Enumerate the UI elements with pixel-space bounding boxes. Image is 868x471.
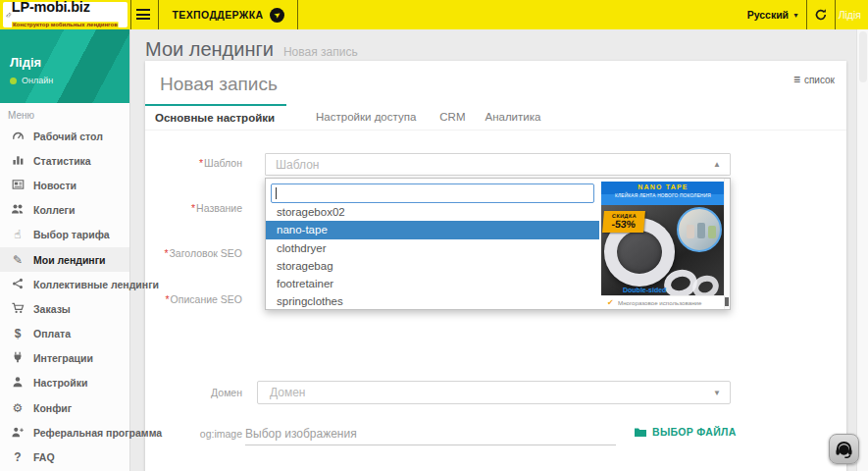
sidebar-item-payment[interactable]: $ Оплата bbox=[0, 322, 129, 346]
og-image-label: og:image bbox=[148, 428, 242, 440]
support-button[interactable]: ТЕХПОДДЕРЖКА ➤ bbox=[167, 0, 289, 29]
sidebar-item-settings[interactable]: Настройки bbox=[0, 371, 129, 395]
preview-feature-row: ✔ Многоразовое использование bbox=[601, 295, 725, 309]
tab-bar: Основные настройки Настройки доступа CRM… bbox=[145, 104, 846, 131]
telegram-icon: ➤ bbox=[270, 8, 284, 23]
card-title: Новая запись bbox=[160, 74, 278, 95]
sidebar-item-integrations[interactable]: Интеграции bbox=[0, 346, 129, 371]
template-preview: NANO TAPE КЛЕЙКАЯ ЛЕНТА НОВОГО ПОКОЛЕНИЯ… bbox=[601, 182, 725, 309]
preview-header: NANO TAPE КЛЕЙКАЯ ЛЕНТА НОВОГО ПОКОЛЕНИЯ bbox=[601, 182, 725, 205]
topbar-divider bbox=[297, 0, 298, 29]
preview-title: NANO TAPE bbox=[601, 182, 725, 190]
sidebar-item-desktop[interactable]: Рабочий стол bbox=[0, 124, 129, 148]
text-cursor bbox=[276, 187, 277, 199]
seo-description-label: *Описание SEO bbox=[148, 293, 242, 305]
option-footretainer[interactable]: footretainer bbox=[266, 275, 599, 292]
dropdown-scrollbar-thumb[interactable] bbox=[725, 297, 729, 306]
page-title: Мои лендинги bbox=[145, 38, 274, 61]
dashboard-icon bbox=[10, 130, 26, 143]
sidebar-item-collective-landings[interactable]: Коллективные лендинги bbox=[0, 272, 129, 296]
logo[interactable]: LP-mobi.biz Конструктор мобильных лендин… bbox=[3, 2, 128, 27]
check-icon: ✔ bbox=[607, 299, 614, 307]
headset-icon bbox=[834, 439, 854, 459]
sidebar-item-news[interactable]: Новости bbox=[0, 173, 129, 197]
topbar-divider bbox=[835, 0, 836, 29]
preview-subtitle: КЛЕЙКАЯ ЛЕНТА НОВОГО ПОКОЛЕНИЯ bbox=[604, 192, 723, 198]
option-clothdryer[interactable]: clothdryer bbox=[266, 239, 599, 257]
language-label: Русский bbox=[747, 9, 789, 21]
option-storagebox02[interactable]: storagebox02 bbox=[266, 203, 599, 221]
template-dropdown: storagebox02 nano-tape clothdryer storag… bbox=[265, 178, 731, 310]
sidebar-menu: Рабочий стол Статистика Новости Коллеги … bbox=[0, 124, 129, 470]
seo-title-label: *Заголовок SEO bbox=[148, 247, 242, 259]
topbar-divider bbox=[806, 0, 807, 29]
og-image-input[interactable] bbox=[245, 422, 616, 445]
sidebar-item-tariff[interactable]: ☝ Выбор тарифа bbox=[0, 223, 129, 247]
news-icon bbox=[10, 179, 26, 192]
page-scrollbar[interactable] bbox=[856, 29, 868, 471]
plug-icon bbox=[10, 351, 26, 365]
sidebar-item-colleagues[interactable]: Коллеги bbox=[0, 198, 129, 223]
list-icon: ≡ bbox=[793, 74, 800, 85]
option-storagebag[interactable]: storagebag bbox=[266, 257, 599, 275]
sidebar-item-referral[interactable]: Реферальная программа bbox=[0, 420, 129, 445]
topbar-divider bbox=[130, 0, 131, 29]
discount-badge: СКИДКА -53% bbox=[602, 211, 645, 233]
page-subtitle: Новая запись bbox=[283, 45, 358, 59]
preview-inset-photo bbox=[677, 207, 722, 252]
share-icon bbox=[10, 278, 26, 291]
menu-section-label: Меню bbox=[8, 110, 34, 121]
chevron-down-icon: ▼ bbox=[792, 12, 799, 19]
sidebar-item-my-landings[interactable]: ✎ Мои лендинги bbox=[0, 247, 129, 272]
tab-crm[interactable]: CRM bbox=[439, 105, 465, 130]
topbar-username[interactable]: Лідія bbox=[839, 0, 861, 29]
dropdown-scrollbar[interactable] bbox=[724, 179, 730, 309]
chevron-up-icon: ▲ bbox=[713, 160, 730, 169]
template-label: *Шаблон bbox=[148, 157, 242, 169]
user-icon bbox=[10, 376, 26, 390]
sidebar-item-faq[interactable]: ? FAQ bbox=[0, 445, 129, 469]
chat-support-button[interactable] bbox=[829, 434, 859, 464]
form-card: Новая запись ≡ список Основные настройки… bbox=[145, 61, 846, 471]
template-select[interactable]: Шаблон ▲ bbox=[265, 153, 731, 176]
topbar-divider bbox=[158, 0, 159, 29]
refresh-button[interactable] bbox=[814, 8, 828, 26]
sidebar-item-statistics[interactable]: Статистика bbox=[0, 148, 129, 173]
stats-icon bbox=[10, 154, 26, 168]
chevron-down-icon: ▼ bbox=[713, 389, 730, 397]
profile-status: Онлайн bbox=[22, 76, 53, 85]
logo-tagline: Конструктор мобильных лендингов bbox=[12, 23, 119, 28]
preview-image: СКИДКА -53% Double-sided bbox=[601, 205, 725, 295]
tariff-hand-icon: ☝ bbox=[10, 229, 26, 240]
tab-access-settings[interactable]: Настройки доступа bbox=[316, 105, 416, 130]
breadcrumb: Мои лендинги Новая запись bbox=[145, 38, 358, 61]
profile-name: Лідія bbox=[10, 55, 41, 70]
language-selector[interactable]: Русский ▼ bbox=[747, 0, 799, 29]
tab-main-settings[interactable]: Основные настройки bbox=[145, 104, 286, 131]
option-nano-tape[interactable]: nano-tape bbox=[266, 221, 599, 238]
sidebar-item-orders[interactable]: Заказы bbox=[0, 296, 129, 321]
online-status-dot bbox=[10, 78, 17, 84]
folder-icon bbox=[634, 427, 647, 438]
cart-icon bbox=[10, 302, 26, 316]
colleagues-icon bbox=[10, 203, 26, 217]
sidebar: Лідія Онлайн Меню Рабочий стол Статистик… bbox=[0, 29, 130, 471]
domain-label: Домен bbox=[148, 387, 242, 398]
question-icon: ? bbox=[10, 451, 26, 463]
sidebar-toggle-button[interactable] bbox=[136, 9, 150, 23]
gear-icon: ⚙ bbox=[10, 402, 26, 414]
tab-analytics[interactable]: Аналитика bbox=[485, 105, 540, 130]
sidebar-item-config[interactable]: ⚙ Конфиг bbox=[0, 395, 129, 420]
topbar: LP-mobi.biz Конструктор мобильных лендин… bbox=[0, 0, 868, 29]
page-scrollbar-thumb[interactable] bbox=[859, 31, 867, 82]
logo-title: LP-mobi.biz bbox=[12, 0, 128, 14]
dropdown-search-input[interactable] bbox=[271, 183, 594, 203]
list-button[interactable]: ≡ список bbox=[793, 74, 835, 85]
sidebar-profile: Лідія Онлайн bbox=[0, 29, 129, 103]
option-springclothes[interactable]: springclothes bbox=[266, 292, 599, 310]
file-select-button[interactable]: ВЫБОР ФАЙЛА bbox=[634, 426, 737, 438]
main-content: Мои лендинги Новая запись Новая запись ≡… bbox=[130, 29, 856, 471]
dropdown-options: storagebox02 nano-tape clothdryer storag… bbox=[266, 203, 599, 311]
refresh-icon bbox=[814, 8, 828, 22]
domain-select[interactable]: Домен ▼ bbox=[257, 381, 731, 404]
